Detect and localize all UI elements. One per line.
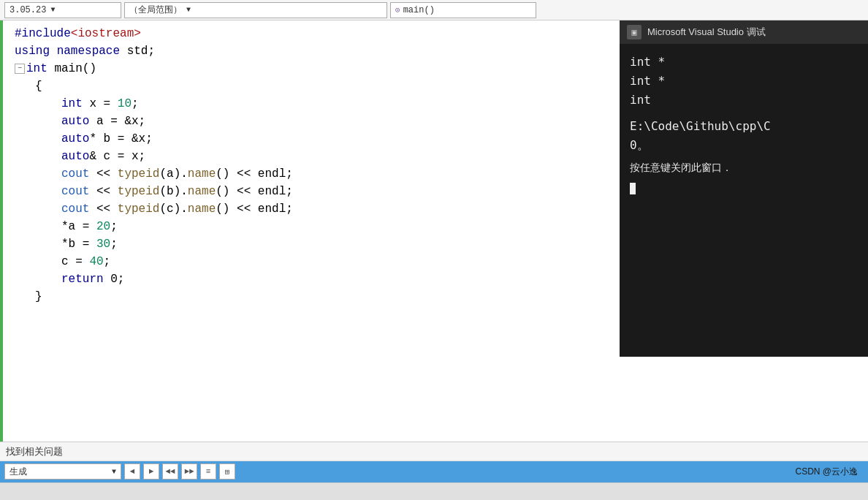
token: typeid: [118, 200, 160, 218]
console-path2: 0。: [630, 136, 858, 155]
top-toolbar: 3.05.23 ▼ （全局范围） ▼ ⊙ main(): [0, 0, 868, 20]
console-note: 按任意键关闭此窗口．: [630, 158, 858, 177]
token: 10: [118, 95, 132, 113]
token: [50, 42, 57, 60]
console-icon-symbol: ▣: [631, 27, 636, 38]
token: ;: [132, 95, 139, 113]
token: auto: [61, 148, 89, 165]
token: <<: [89, 200, 117, 218]
token: *b =: [61, 235, 96, 253]
green-border: [0, 20, 3, 442]
console-cursor: [630, 183, 636, 194]
console-body: int * int * int E:\Code\Github\cpp\C 0。 …: [620, 44, 868, 357]
token: (a).: [159, 165, 187, 183]
token: 20: [96, 218, 110, 235]
toolbar-btn-2[interactable]: ►: [143, 463, 159, 480]
func-dropdown[interactable]: ⊙ main(): [390, 2, 536, 18]
console-window: ▣ Microsoft Visual Studio 调试 int * int *…: [620, 20, 868, 357]
toolbar-btn-1[interactable]: ◄: [124, 463, 140, 480]
token: }: [35, 288, 42, 306]
console-app-icon: ▣: [627, 25, 642, 39]
token: typeid: [118, 183, 160, 200]
token: auto: [61, 130, 89, 148]
bottom-toolbar: 生成 ▼ ◄ ► ◄◄ ►► ≡ ⊞ CSDN @云小逸: [0, 461, 868, 482]
build-arrow: ▼: [112, 468, 116, 476]
build-label: 生成: [9, 466, 27, 478]
console-output-line-3: int: [630, 91, 858, 110]
token: 30: [96, 235, 110, 253]
func-text: main(): [403, 5, 435, 15]
token: <iostream>: [71, 25, 141, 42]
token: cout: [61, 165, 89, 183]
toolbar-btn-4[interactable]: ►►: [181, 463, 197, 480]
token: (c).: [159, 200, 187, 218]
toolbar-btn-5[interactable]: ≡: [200, 463, 216, 480]
token: c =: [61, 253, 89, 270]
token: ;: [110, 218, 118, 235]
build-dropdown[interactable]: 生成 ▼: [4, 463, 121, 480]
token: return: [61, 270, 104, 288]
console-cursor-line: [630, 177, 858, 196]
token: <<: [89, 183, 117, 200]
toolbar-btn-3[interactable]: ◄◄: [162, 463, 178, 480]
token: name: [188, 200, 216, 218]
scope-arrow: ▼: [186, 6, 191, 14]
console-output-line-2: int *: [630, 72, 858, 91]
token: namespace: [57, 42, 120, 60]
token: int: [61, 95, 83, 113]
scope-dropdown[interactable]: （全局范围） ▼: [124, 2, 387, 18]
console-titlebar: ▣ Microsoft Visual Studio 调试: [620, 20, 868, 44]
token: x =: [83, 95, 118, 113]
token: (b).: [159, 183, 187, 200]
token: 40: [89, 253, 103, 270]
token: auto: [61, 113, 89, 130]
token: ;: [110, 235, 118, 253]
console-path-text: E:\Code\Github\cpp\C: [630, 119, 771, 133]
token: int: [26, 60, 47, 77]
collapse-button[interactable]: −: [15, 64, 25, 74]
console-path: E:\Code\Github\cpp\C: [630, 117, 858, 136]
scope-text: （全局范围）: [129, 4, 182, 16]
token: name: [188, 183, 216, 200]
token: {: [35, 77, 42, 95]
status-bar: [0, 482, 868, 500]
token: a = &x;: [89, 113, 145, 130]
token: () << endl;: [216, 183, 293, 200]
token: & c = x;: [89, 148, 145, 165]
token: main(): [47, 60, 96, 77]
version-dropdown[interactable]: 3.05.23 ▼: [4, 2, 121, 18]
error-line: 找到相关问题: [0, 442, 868, 461]
token: name: [188, 165, 216, 183]
toolbar-btn-6[interactable]: ⊞: [219, 463, 235, 480]
token: typeid: [118, 165, 160, 183]
token: <<: [89, 165, 117, 183]
func-icon: ⊙: [395, 5, 400, 15]
console-output-line-1: int *: [630, 53, 858, 72]
error-text: 找到相关问题: [6, 445, 63, 458]
token: using: [15, 42, 50, 60]
token: std;: [120, 42, 155, 60]
watermark: CSDN @云小逸: [795, 466, 864, 478]
version-arrow: ▼: [50, 6, 55, 14]
bottom-area: 找到相关问题 生成 ▼ ◄ ► ◄◄ ►► ≡ ⊞ CSDN @云小逸: [0, 442, 868, 500]
token: ;: [104, 253, 111, 270]
token: cout: [61, 183, 89, 200]
token: cout: [61, 200, 89, 218]
token: #include: [15, 25, 71, 42]
token: *a =: [61, 218, 96, 235]
token: 0;: [104, 270, 125, 288]
token: () << endl;: [216, 200, 293, 218]
main-area: #include<iostream> using namespace std; …: [0, 20, 868, 442]
token: () << endl;: [216, 165, 293, 183]
console-title: Microsoft Visual Studio 调试: [647, 26, 766, 39]
version-text: 3.05.23: [9, 5, 46, 15]
token: * b = &x;: [89, 130, 152, 148]
